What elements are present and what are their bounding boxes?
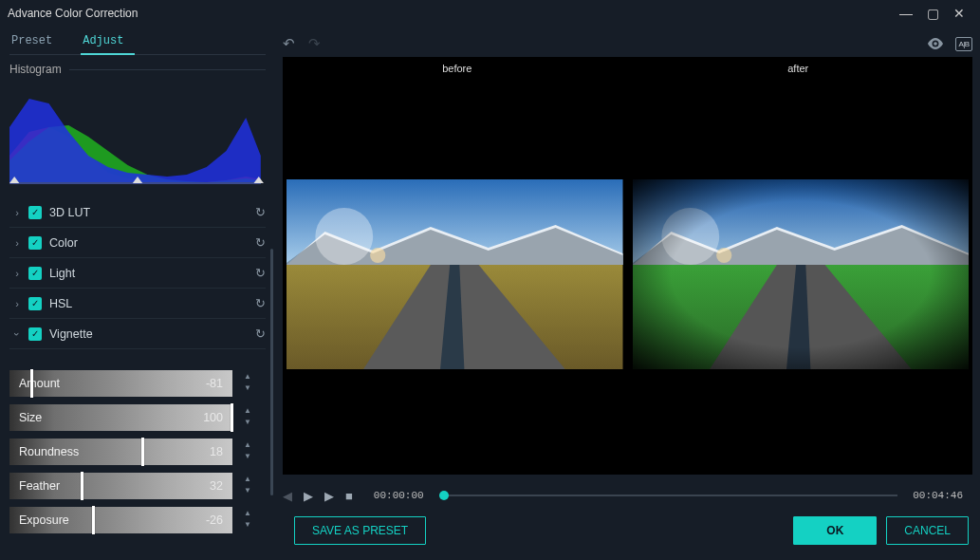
step-down-icon[interactable]: ▼ — [240, 418, 255, 429]
sections: › ✓ 3D LUT ↻ › ✓ Color ↻ › ✓ Light ↻ › ✓… — [9, 197, 266, 541]
step-up-icon[interactable]: ▲ — [240, 406, 255, 418]
section-label: Light — [49, 267, 255, 280]
close-button[interactable]: ✕ — [946, 6, 972, 21]
scrollbar[interactable] — [270, 249, 273, 495]
reset-icon[interactable]: ↻ — [255, 327, 266, 341]
slider-value: 18 — [210, 445, 223, 458]
undo-icon[interactable]: ↶ — [283, 35, 295, 52]
histogram-label: Histogram — [9, 55, 62, 84]
titlebar: Advance Color Correction — ▢ ✕ — [0, 0, 980, 27]
section-label: Vignette — [49, 327, 255, 341]
section-label: HSL — [49, 297, 255, 310]
sidebar: Preset Adjust Histogram › ✓ 3D LU — [0, 27, 275, 560]
checkbox-3dlut[interactable]: ✓ — [28, 206, 42, 219]
slider-thumb[interactable] — [81, 472, 83, 500]
redo-icon[interactable]: ↷ — [308, 35, 321, 52]
reset-icon[interactable]: ↻ — [255, 205, 266, 219]
compare-mode-button[interactable]: A|B — [955, 37, 972, 51]
section-light[interactable]: › ✓ Light ↻ — [9, 258, 266, 289]
maximize-button[interactable]: ▢ — [919, 6, 946, 21]
slider-thumb[interactable] — [141, 438, 144, 466]
reset-icon[interactable]: ↻ — [255, 296, 266, 310]
svg-point-4 — [934, 42, 937, 46]
chevron-right-icon[interactable]: › — [9, 207, 25, 218]
slider-label: Size — [19, 411, 203, 424]
section-hsl[interactable]: › ✓ HSL ↻ — [9, 289, 266, 319]
slider-exposure[interactable]: Exposure -26 ▲▼ — [9, 507, 232, 533]
step-up-icon[interactable]: ▲ — [240, 475, 255, 486]
play2-button[interactable]: ▶ — [324, 489, 334, 503]
preview-tools: ↶ ↷ A|B — [283, 30, 972, 57]
step-down-icon[interactable]: ▼ — [240, 486, 255, 497]
histogram-plot[interactable] — [9, 89, 266, 184]
after-image[interactable] — [633, 179, 970, 369]
chevron-right-icon[interactable]: › — [9, 268, 25, 279]
divider — [69, 69, 266, 70]
after-label: after — [628, 63, 970, 80]
cancel-button[interactable]: CANCEL — [886, 516, 969, 545]
main: Preset Adjust Histogram › ✓ 3D LU — [0, 27, 980, 560]
slider-value: -26 — [206, 513, 223, 527]
chevron-right-icon[interactable]: › — [9, 298, 25, 309]
slider-label: Roundness — [19, 445, 210, 458]
compare-labels: before after — [287, 63, 969, 80]
step-down-icon[interactable]: ▼ — [240, 452, 255, 463]
preview-toggle-icon[interactable] — [927, 36, 944, 52]
slider-size[interactable]: Size 100 ▲▼ — [9, 404, 232, 431]
viewport: before after — [283, 57, 972, 475]
before-image[interactable] — [287, 179, 623, 369]
section-vignette[interactable]: › ✓ Vignette ↻ — [9, 319, 266, 349]
slider-label: Amount — [19, 377, 206, 390]
compare-images — [287, 80, 969, 469]
step-up-icon[interactable]: ▲ — [240, 372, 255, 383]
playbar: ◀ ▶ ▶ ■ 00:00:00 00:04:46 — [283, 482, 972, 509]
window-title: Advance Color Correction — [8, 7, 893, 20]
slider-amount[interactable]: Amount -81 ▲▼ — [9, 370, 232, 397]
minimize-button[interactable]: — — [893, 6, 919, 21]
svg-rect-21 — [633, 179, 970, 369]
slider-value: 100 — [203, 411, 223, 424]
slider-thumb[interactable] — [92, 506, 95, 534]
vignette-sliders: Amount -81 ▲▼ Size 100 ▲▼ Roundness 18 ▲… — [9, 370, 266, 533]
slider-value: -81 — [206, 377, 223, 390]
slider-roundness[interactable]: Roundness 18 ▲▼ — [9, 439, 232, 465]
checkbox-color[interactable]: ✓ — [28, 236, 42, 250]
time-duration: 00:04:46 — [913, 490, 963, 501]
slider-value: 32 — [210, 479, 223, 493]
chevron-down-icon[interactable]: › — [11, 327, 23, 342]
tab-adjust[interactable]: Adjust — [81, 30, 135, 55]
section-label: 3D LUT — [49, 206, 255, 219]
checkbox-hsl[interactable]: ✓ — [28, 297, 42, 310]
prev-frame-button[interactable]: ◀ — [283, 489, 292, 503]
ok-button[interactable]: OK — [793, 516, 877, 545]
tabs: Preset Adjust — [9, 30, 266, 55]
play-button[interactable]: ▶ — [304, 489, 313, 503]
step-up-icon[interactable]: ▲ — [240, 440, 255, 452]
preview-pane: ↶ ↷ A|B before after — [275, 27, 980, 560]
reset-icon[interactable]: ↻ — [255, 266, 266, 280]
slider-feather[interactable]: Feather 32 ▲▼ — [9, 473, 232, 499]
timeline-handle[interactable] — [439, 491, 449, 500]
before-label: before — [287, 63, 628, 80]
svg-point-11 — [315, 208, 373, 265]
checkbox-light[interactable]: ✓ — [28, 267, 42, 280]
reset-icon[interactable]: ↻ — [255, 235, 266, 250]
chevron-right-icon[interactable]: › — [9, 237, 25, 249]
timeline-track[interactable] — [439, 495, 898, 496]
slider-thumb[interactable] — [30, 369, 33, 398]
save-as-preset-button[interactable]: SAVE AS PRESET — [294, 516, 426, 545]
step-up-icon[interactable]: ▲ — [240, 509, 255, 520]
tab-preset[interactable]: Preset — [9, 30, 64, 54]
stop-button[interactable]: ■ — [345, 489, 353, 503]
slider-label: Feather — [19, 479, 210, 493]
step-down-icon[interactable]: ▼ — [240, 383, 255, 395]
section-label: Color — [49, 236, 255, 250]
svg-point-12 — [370, 248, 385, 263]
time-current: 00:00:00 — [374, 490, 424, 501]
histogram-header: Histogram — [9, 55, 266, 84]
section-color[interactable]: › ✓ Color ↻ — [9, 228, 266, 258]
slider-thumb[interactable] — [231, 403, 233, 432]
section-3dlut[interactable]: › ✓ 3D LUT ↻ — [9, 197, 266, 228]
checkbox-vignette[interactable]: ✓ — [28, 327, 42, 341]
step-down-icon[interactable]: ▼ — [240, 520, 255, 532]
